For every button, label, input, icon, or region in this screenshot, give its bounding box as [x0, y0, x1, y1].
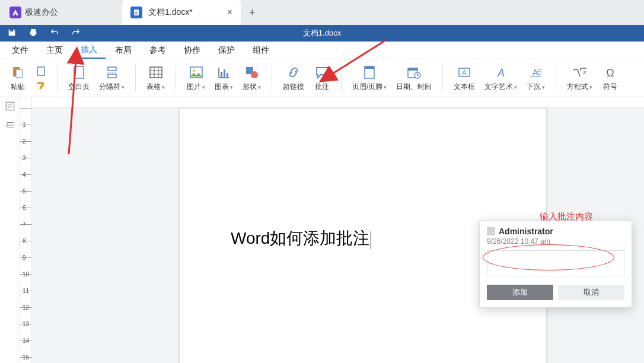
app-brand: 极速办公 [5, 7, 63, 18]
page-break-label: 分隔符 [99, 82, 120, 92]
equation-label: 方程式 [567, 82, 588, 92]
paste-button[interactable]: 粘贴 [5, 62, 31, 95]
ribbon: 粘贴 空白页 分隔符▾ 表格▾ 图片▾ 图表▾ [0, 59, 644, 97]
annotation-hint: 输入批注内容 [540, 211, 593, 222]
chevron-down-icon: ▾ [258, 84, 261, 90]
chart-label: 图表 [215, 82, 229, 92]
chevron-down-icon: ▾ [384, 84, 387, 90]
format-painter-icon[interactable] [33, 79, 49, 92]
date-time-label: 日期、时间 [396, 82, 432, 92]
svg-rect-8 [150, 67, 162, 78]
menu-references[interactable]: 参考 [141, 43, 174, 58]
hyperlink-icon [286, 64, 301, 81]
tabs-bar: 极速办公 文档1.docx* × + [0, 0, 644, 25]
svg-rect-13 [227, 73, 228, 77]
paste-label: 粘贴 [11, 82, 25, 92]
svg-point-15 [251, 71, 258, 78]
chevron-down-icon: ▾ [162, 84, 165, 90]
close-tab-icon[interactable]: × [227, 7, 232, 18]
text-box-label: 文本框 [454, 82, 475, 92]
svg-rect-1 [135, 11, 138, 11]
title-bar: 文档1.docx [0, 25, 644, 42]
svg-rect-12 [224, 69, 225, 77]
table-label: 表格 [146, 82, 161, 92]
horizontal-ruler [32, 97, 644, 108]
menu-home[interactable]: 主页 [38, 43, 71, 58]
comment-label: 批注 [315, 82, 329, 92]
cancel-comment-button[interactable]: 取消 [558, 285, 624, 300]
shape-button[interactable]: 形状▾ [238, 62, 266, 95]
drop-cap-label: 下沉 [527, 82, 541, 92]
drop-cap-icon: A [529, 64, 543, 81]
app-logo-icon [9, 7, 21, 18]
blank-page-label: 空白页 [68, 82, 90, 92]
menu-file[interactable]: 文件 [4, 43, 37, 58]
hyperlink-label: 超链接 [283, 82, 304, 92]
picture-button[interactable]: 图片▾ [182, 62, 210, 95]
menu-insert[interactable]: 插入 [72, 42, 106, 59]
chart-icon [217, 64, 231, 81]
picture-label: 图片 [187, 82, 201, 92]
document-tab-label: 文档1.docx* [148, 7, 193, 18]
indent-icon[interactable] [5, 120, 15, 133]
svg-rect-7 [74, 66, 84, 78]
header-footer-button[interactable]: 页眉/页脚▾ [347, 62, 391, 95]
menu-protect[interactable]: 保护 [210, 43, 243, 58]
chart-button[interactable]: 图表▾ [210, 62, 238, 95]
text-box-icon: A [457, 64, 471, 81]
comment-input[interactable] [487, 250, 624, 276]
blank-page-icon [72, 64, 85, 81]
svg-text:A: A [497, 67, 505, 79]
print-icon[interactable] [28, 28, 38, 39]
svg-text:Ω: Ω [607, 67, 614, 79]
page-break-button[interactable]: 分隔符▾ [94, 62, 129, 95]
document-body-text[interactable]: Word如何添加批注 [231, 227, 371, 250]
svg-rect-17 [365, 66, 374, 69]
chevron-down-icon: ▾ [542, 84, 545, 90]
word-art-icon: A [494, 64, 508, 81]
app-name: 极速办公 [25, 7, 58, 18]
chevron-down-icon: ▾ [202, 84, 205, 90]
menu-layout[interactable]: 布局 [107, 43, 140, 58]
symbol-button[interactable]: Ω 符号 [597, 62, 623, 95]
window-title: 文档1.docx [303, 28, 341, 39]
outline-icon[interactable] [5, 101, 15, 114]
svg-rect-2 [135, 12, 138, 12]
equation-icon: x [572, 64, 588, 81]
vertical-ruler: 1234567891011121314151617181920 [20, 97, 32, 363]
shape-icon [245, 64, 259, 81]
clipboard-icon[interactable] [33, 65, 49, 78]
equation-button[interactable]: x 方程式▾ [562, 62, 597, 95]
shape-label: 形状 [243, 82, 257, 92]
menu-components[interactable]: 组件 [244, 43, 278, 58]
add-tab-button[interactable]: + [249, 7, 256, 19]
add-comment-button[interactable]: 添加 [487, 285, 553, 300]
date-time-icon [407, 64, 421, 81]
redo-icon[interactable] [71, 28, 81, 39]
header-footer-label: 页眉/页脚 [352, 82, 382, 92]
svg-rect-3 [135, 13, 138, 14]
table-button[interactable]: 表格▾ [142, 62, 170, 95]
menu-collaborate[interactable]: 协作 [176, 43, 209, 58]
quick-access-toolbar [0, 28, 88, 39]
word-art-button[interactable]: A 文字艺术▾ [480, 62, 522, 95]
chevron-down-icon: ▾ [122, 84, 125, 90]
document-icon [130, 7, 142, 18]
blank-page-button[interactable]: 空白页 [63, 62, 94, 95]
drop-cap-button[interactable]: A 下沉▾ [522, 62, 550, 95]
undo-icon[interactable] [50, 28, 59, 39]
comment-timestamp: 9/26/2022 10:47 am [487, 237, 624, 246]
hyperlink-button[interactable]: 超链接 [278, 62, 309, 95]
document-tab[interactable]: 文档1.docx* × [122, 0, 241, 25]
user-avatar-icon [487, 227, 495, 235]
symbol-icon: Ω [603, 64, 617, 81]
text-box-button[interactable]: A 文本框 [449, 62, 480, 95]
date-time-button[interactable]: 日期、时间 [391, 62, 436, 95]
comment-popup: Administrator 9/26/2022 10:47 am 添加 取消 [479, 220, 632, 308]
svg-text:x: x [582, 68, 586, 75]
chevron-down-icon: ▾ [230, 84, 233, 90]
save-icon[interactable] [7, 28, 17, 39]
svg-rect-5 [16, 69, 23, 78]
svg-point-10 [193, 69, 195, 72]
comment-button[interactable]: 批注 [309, 62, 335, 95]
